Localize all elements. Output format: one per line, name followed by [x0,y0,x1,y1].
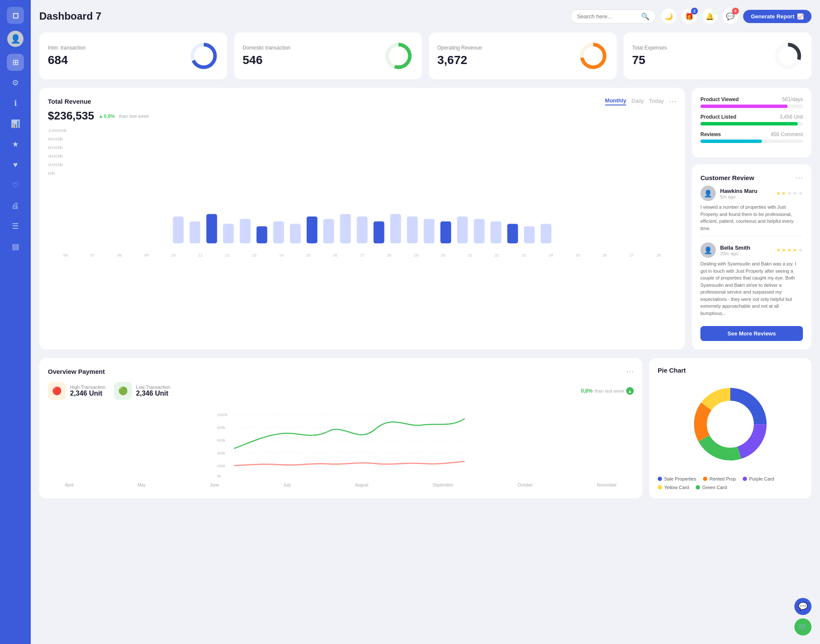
overview-trend-icon: ▲ [626,387,634,395]
total-revenue-title: Total Revenue [48,98,91,105]
svg-point-30 [709,403,752,446]
svg-text:1000k: 1000k [217,413,228,417]
sidebar-item-heart[interactable]: ♥ [7,156,24,173]
sidebar-item-print[interactable]: 🖨 [7,197,24,214]
product-progress-fill-0 [700,105,788,108]
bar-x-label: 20 [441,253,445,257]
bar-x-label: 15 [306,253,310,257]
bottom-row: Overview Payment ⋯ 🔴 High Transaction 2,… [39,358,811,498]
chat-btn[interactable]: 💬 5 [723,9,738,24]
rented-prop-dot [703,477,707,481]
legend-yellow-card: Yellow Card [658,485,689,490]
reviews-more-button[interactable]: ⋯ [795,173,803,182]
product-stat-value-2: 456 Comment [771,131,803,137]
sidebar-item-settings[interactable]: ⚙ [7,74,24,91]
support-float-button[interactable]: 💬 [794,598,811,615]
line-chart-svg: 1000k 800k 600k 400k 200k 0k [48,406,634,483]
bar-12 [374,221,384,243]
review-time-1: 20m ago [720,251,750,256]
sidebar-item-list[interactable]: ☰ [7,218,24,235]
bar-8 [307,216,317,243]
revenue-more-button[interactable]: ⋯ [669,96,676,106]
see-more-reviews-button[interactable]: See More Reviews [700,326,803,341]
bar-chart-main [48,185,676,253]
sale-properties-label: Sale Properties [664,476,696,481]
stat-card-inter-transaction: Inter. transaction 684 [39,32,227,79]
sale-properties-dot [658,477,662,481]
x-label-october: October [518,483,533,487]
bar-1 [190,221,200,243]
review-stars-1: ★★★★★ [776,247,803,253]
high-transaction-info: High Transaction 2,346 Unit [70,385,105,397]
generate-report-label: Generate Report [751,13,794,20]
product-stats-card: Product Viewed 561/days Product Listed 3… [692,88,811,157]
inter-transaction-value: 684 [48,53,86,67]
total-expenses-value: 75 [632,53,667,67]
pie-chart-legend: Sale Properties Rented Prop Purple Card … [658,476,803,490]
bar-x-label: 21 [468,253,472,257]
cart-float-button[interactable]: 🛒 [794,618,811,635]
bar-x-label: 28 [656,253,661,257]
star-0-2: ★ [787,190,792,196]
line-chart-x-labels: April May June July August September Oct… [48,483,634,487]
sidebar-item-home[interactable]: ⊞ [7,54,24,71]
bar-14 [407,216,418,243]
review-name-0: Hawkins Maru [720,188,757,194]
payment-stat-badges: 🔴 High Transaction 2,346 Unit 🟢 Low Tran… [48,382,634,400]
dark-mode-btn[interactable]: 🌙 [661,9,676,24]
sidebar-item-info[interactable]: ℹ [7,95,24,112]
pie-chart-card: Pie Chart [649,358,811,498]
bar-4 [240,219,250,243]
bar-19 [491,221,501,243]
bar-x-label: 13 [252,253,256,257]
bar-21 [524,226,535,243]
svg-text:200k: 200k [217,464,226,468]
bar-x-label: 07 [91,253,95,257]
sidebar-avatar[interactable]: 👤 [7,31,23,47]
inter-transaction-label: Inter. transaction [48,45,86,51]
review-text-1: Dealing with Syamsudin and Bakri was a j… [700,260,803,317]
domestic-transaction-value: 546 [243,53,290,67]
bar-x-label: 19 [414,253,418,257]
main-content: Dashboard 7 🔍 🌙 🎁 2 🔔 12 💬 5 Generate Re… [31,0,820,644]
sidebar-logo[interactable]: ◻ [7,7,24,24]
pie-chart-container [658,377,803,471]
product-stat-item-2: Reviews 456 Comment [700,131,803,143]
star-1-2: ★ [787,247,792,253]
overview-payment-title: Overview Payment [48,368,105,375]
stat-card-domestic-transaction: Domestic transaction 546 [234,32,422,79]
sidebar-item-heart2[interactable]: ♡ [7,177,24,194]
bell-btn[interactable]: 🔔 12 [702,9,718,24]
sidebar-item-chart[interactable]: 📊 [7,115,24,132]
review-header-1: 👤 Bella Smith 20m ago ★★★★★ [700,242,803,258]
yellow-card-dot [658,485,662,490]
gift-btn[interactable]: 🎁 2 [682,9,697,24]
bar-chart-svg: 1000k 800k 600k 400k 200k 0k [48,128,676,183]
tab-monthly[interactable]: Monthly [605,97,627,105]
tab-daily[interactable]: Daily [631,98,644,105]
svg-text:400k: 400k [217,451,226,455]
tab-today[interactable]: Today [649,98,664,105]
low-transaction-badge: 🟢 Low Transaction 2,346 Unit [114,382,170,400]
domestic-transaction-label: Domestic transaction [243,45,290,51]
search-bar[interactable]: 🔍 [571,9,656,23]
generate-report-button[interactable]: Generate Report 📈 [743,10,811,23]
star-0-4: ★ [798,190,803,196]
legend-green-card: Green Card [696,485,726,490]
gift-badge: 2 [691,8,698,15]
product-progress-bar-0 [700,105,803,108]
line-chart-container: 1000k 800k 600k 400k 200k 0k April May J… [48,406,634,487]
search-input[interactable] [577,13,638,20]
star-0-1: ★ [782,190,786,196]
high-transaction-icon: 🔴 [48,382,66,400]
bar-x-label: 11 [198,253,202,257]
review-name-1: Bella Smith [720,245,750,251]
product-stat-label-0: Product Viewed [700,96,739,102]
sidebar-item-star[interactable]: ★ [7,136,24,153]
overview-more-button[interactable]: ⋯ [626,367,634,376]
bar-x-label: 18 [387,253,391,257]
product-stat-item-0: Product Viewed 561/days [700,96,803,108]
sidebar-item-doc[interactable]: ▤ [7,238,24,255]
stat-cards: Inter. transaction 684 Domestic transact… [39,32,811,79]
bar-2 [206,214,217,244]
